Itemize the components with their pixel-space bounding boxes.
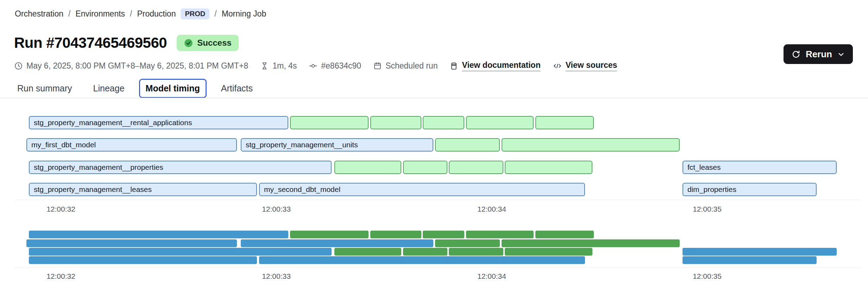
axis-tick-label: 12:00:33: [262, 272, 291, 281]
mini-bar: [259, 256, 585, 264]
mini-bar: [334, 248, 401, 256]
mini-bar: [683, 256, 817, 264]
model-timing-overview: 12:00:3212:00:3312:00:3412:00:35: [0, 0, 868, 296]
mini-bar: [502, 239, 680, 247]
mini-bar: [29, 248, 332, 256]
mini-bar: [29, 256, 257, 264]
mini-bar: [403, 248, 447, 256]
mini-bar: [683, 248, 837, 256]
mini-bar: [449, 248, 503, 256]
axis-tick-label: 12:00:32: [46, 272, 75, 281]
mini-bar: [505, 248, 592, 256]
mini-bar: [290, 231, 369, 238]
mini-bar: [466, 231, 534, 238]
mini-bar: [29, 231, 288, 238]
mini-bar: [423, 231, 464, 238]
axis-tick-label: 12:00:35: [693, 272, 722, 281]
mini-bar: [370, 231, 421, 238]
mini-bar: [535, 231, 594, 238]
mini-bar: [26, 239, 237, 247]
mini-bar: [241, 239, 433, 247]
mini-axis-line: [15, 267, 860, 268]
axis-tick-label: 12:00:34: [477, 272, 506, 281]
main-axis-line: [15, 200, 860, 200]
mini-bar: [435, 239, 500, 247]
